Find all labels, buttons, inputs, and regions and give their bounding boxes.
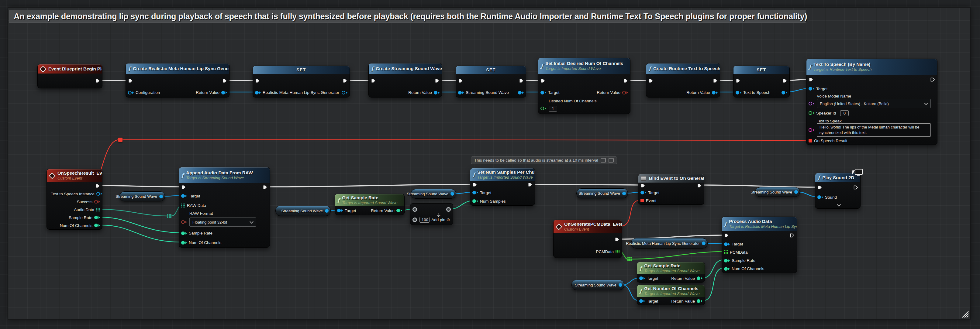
pill-var-streaming-sound-wave-5[interactable]: Streaming Sound Wave bbox=[755, 187, 800, 197]
pin-enum-circle[interactable] bbox=[808, 102, 815, 105]
variable-output-pin[interactable] bbox=[325, 209, 329, 213]
text-to-speak-input[interactable]: Hello, world! The lips of the MetaHuman … bbox=[817, 123, 931, 137]
pin-target-circle[interactable] bbox=[724, 242, 730, 246]
node-set-text-to-speech[interactable]: SETText to Speech bbox=[733, 66, 790, 97]
exec-pin[interactable] bbox=[528, 182, 533, 187]
pin-num-samples-circle[interactable] bbox=[473, 199, 478, 203]
node-get-sample-rate[interactable]: ƒGet Sample RateTarget is Imported Sound… bbox=[335, 194, 404, 215]
variable-output-pin[interactable] bbox=[622, 192, 626, 195]
variable-output-pin[interactable] bbox=[619, 283, 622, 287]
pill-var-streaming-sound-wave-6[interactable]: Streaming Sound Wave bbox=[571, 280, 624, 290]
pin-target-circle[interactable] bbox=[639, 299, 645, 303]
exec-pin[interactable] bbox=[736, 78, 740, 83]
english-united-states-kokoro-bella-dropdown[interactable]: English (United States) - Kokoro (Bella) bbox=[817, 99, 931, 108]
node-set-realistic-metahuman-lipsync-generator[interactable]: SETRealistic Meta Human Lip Sync Generat… bbox=[253, 66, 350, 97]
floating-point-32-bit-dropdown[interactable]: Floating point 32-bit bbox=[189, 218, 256, 227]
exec-pin[interactable] bbox=[697, 183, 702, 188]
pill-var-streaming-sound-wave-4[interactable]: Streaming Sound Wave bbox=[576, 188, 628, 199]
node-get-number-of-channels[interactable]: ƒGet Number Of ChannelsTarget is Importe… bbox=[637, 284, 705, 305]
exec-pin[interactable] bbox=[262, 185, 267, 189]
pin-sample-rate-circle[interactable] bbox=[181, 232, 187, 235]
exec-pin[interactable] bbox=[95, 183, 100, 188]
exec-pin[interactable] bbox=[818, 185, 822, 190]
pin-configuration-circle[interactable] bbox=[128, 91, 134, 94]
pin-circle-circle[interactable] bbox=[781, 91, 787, 94]
variable-output-pin[interactable] bbox=[702, 242, 705, 245]
variable-output-pin[interactable] bbox=[159, 195, 163, 199]
exec-pin[interactable] bbox=[519, 78, 524, 83]
exec-pin[interactable] bbox=[648, 78, 653, 83]
pin-return-value-circle[interactable] bbox=[396, 209, 402, 212]
node-event-blueprint-begin-play[interactable]: Event Blueprint Begin Play bbox=[37, 64, 102, 88]
exec-pin[interactable] bbox=[255, 78, 260, 83]
exec-pin[interactable] bbox=[808, 77, 813, 82]
exec-pin[interactable] bbox=[128, 78, 133, 83]
pin-on-speech-result-square[interactable] bbox=[808, 139, 812, 143]
pill-var-streaming-sound-wave-1[interactable]: Streaming Sound Wave bbox=[119, 191, 165, 202]
pill-var-streaming-sound-wave-3[interactable]: Streaming Sound Wave bbox=[410, 189, 456, 199]
node-bind-event-to-on-generate-pcmdata[interactable]: Bind Event to On Generate PCMDataTargetE… bbox=[638, 174, 704, 205]
pin-text-to-speech-instance-circle[interactable] bbox=[96, 192, 102, 195]
pin-raw-data-grid[interactable] bbox=[181, 203, 185, 208]
exec-pin[interactable] bbox=[95, 78, 100, 83]
pin-enum-circle[interactable] bbox=[181, 220, 187, 224]
exec-pin[interactable] bbox=[713, 78, 718, 83]
exec-pin[interactable] bbox=[930, 77, 935, 82]
comment-bubble-icon[interactable] bbox=[609, 158, 614, 162]
node-get-sample-rate-2[interactable]: ƒGet Sample RateTarget is Imported Sound… bbox=[637, 262, 705, 283]
node-create-runtime-text-to-speech[interactable]: ƒCreate Runtime Text to SpeechReturn Val… bbox=[646, 63, 720, 97]
speaker-id-value-box[interactable]: 0 bbox=[840, 110, 849, 116]
pin-sound-circle[interactable] bbox=[818, 195, 823, 199]
exec-pin[interactable] bbox=[181, 185, 186, 189]
exec-pin[interactable] bbox=[724, 233, 729, 238]
resize-grip-icon[interactable] bbox=[961, 310, 969, 318]
node-set-streaming-sound-wave[interactable]: SETStreaming Sound Wave bbox=[456, 66, 526, 97]
variable-output-pin[interactable] bbox=[794, 190, 798, 194]
pin-target-circle[interactable] bbox=[181, 194, 187, 198]
exec-pin[interactable] bbox=[222, 78, 227, 83]
pin-return-value-circle[interactable] bbox=[697, 277, 703, 280]
node-comment-bubble[interactable]: This needs to be called so that audio is… bbox=[471, 156, 617, 164]
pin-pcmdata-grid[interactable] bbox=[724, 250, 728, 254]
exec-pin[interactable] bbox=[541, 78, 545, 83]
exec-pin[interactable] bbox=[371, 78, 376, 83]
pin-success-circle[interactable] bbox=[94, 200, 100, 203]
pin-sample-rate-circle[interactable] bbox=[94, 216, 100, 219]
pin-event-square[interactable] bbox=[641, 199, 644, 202]
exec-pin[interactable] bbox=[783, 78, 787, 83]
variable-output-pin[interactable] bbox=[450, 192, 454, 195]
value-value-box[interactable]: 1 bbox=[549, 106, 557, 111]
exec-pin[interactable] bbox=[615, 237, 619, 242]
pin-sample-rate-circle[interactable] bbox=[724, 259, 730, 262]
reroute-reroute-pcmdata[interactable] bbox=[627, 257, 632, 261]
node-append-audio-data-from-raw[interactable]: ƒAppend Audio Data From RAWTarget is Str… bbox=[179, 167, 270, 248]
pin-return-value-circle[interactable] bbox=[712, 91, 718, 94]
pin-num-of-channels-circle[interactable] bbox=[181, 241, 187, 245]
pin-text-circle[interactable] bbox=[808, 128, 815, 132]
comment-pin-icon[interactable] bbox=[601, 158, 606, 162]
node-create-realistic-metahuman-lipsync-generator[interactable]: ƒCreate Realistic Meta Human Lip Sync Ge… bbox=[126, 63, 229, 97]
pin-realistic-meta-human-lip-sync-generator-circle[interactable] bbox=[255, 91, 261, 94]
node-create-streaming-sound-wave[interactable]: ƒCreate Streaming Sound WaveReturn Value bbox=[368, 63, 442, 97]
pill-var-realistic-metahuman-lipsync-generator[interactable]: Realistic Meta Human Lip Sync Generator bbox=[631, 238, 708, 248]
pin-audio-data-grid[interactable] bbox=[96, 208, 100, 212]
exec-pin[interactable] bbox=[623, 78, 628, 83]
pin-ring-ring[interactable] bbox=[446, 207, 451, 212]
exec-pin[interactable] bbox=[853, 185, 858, 190]
pin-return-value-circle[interactable] bbox=[697, 299, 703, 303]
pin-circle-circle[interactable] bbox=[342, 91, 347, 94]
pill-var-streaming-sound-wave-2[interactable]: Streaming Sound Wave bbox=[275, 206, 331, 216]
pin-target-circle[interactable] bbox=[641, 191, 646, 194]
pin-return-value-circle[interactable] bbox=[622, 91, 628, 94]
pin-streaming-sound-wave-circle[interactable] bbox=[458, 91, 464, 94]
reroute-reroute-audio-data[interactable] bbox=[167, 214, 172, 218]
reroute-reroute-delegate[interactable] bbox=[118, 138, 123, 142]
pin-text-to-speech-circle[interactable] bbox=[736, 91, 741, 94]
pin-circle-circle[interactable] bbox=[541, 106, 546, 110]
pin-target-circle[interactable] bbox=[808, 87, 815, 91]
node-divide-node[interactable]: 100Add pin ⊕÷ bbox=[410, 203, 453, 225]
exec-pin[interactable] bbox=[473, 182, 477, 187]
node-ongeneratepcmdata-event[interactable]: OnGeneratePCMData_EventCustom EventPCMDa… bbox=[553, 219, 622, 258]
blueprint-graph-panel[interactable]: An example demonstrating lip sync during… bbox=[8, 7, 970, 319]
pin-return-value-circle[interactable] bbox=[221, 91, 227, 94]
